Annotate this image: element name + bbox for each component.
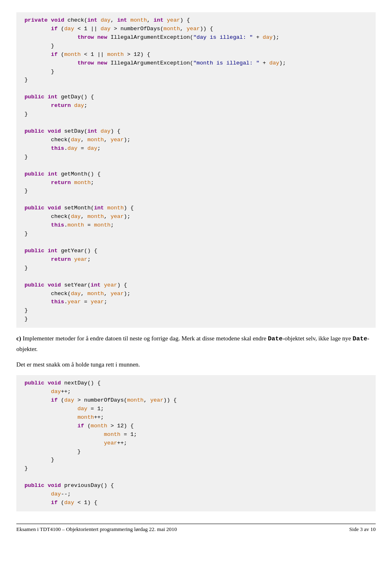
page-footer: Eksamen i TDT4100 – Objektorientert prog… [16, 524, 376, 533]
code-block-1: private void check(int day, int month, i… [16, 12, 376, 328]
footer-right: Side 3 av 10 [349, 526, 376, 533]
footer-left: Eksamen i TDT4100 – Objektorientert prog… [16, 526, 177, 533]
prose-c: c) Implementer metoder for å endre datoe… [16, 333, 376, 354]
code-block-2: public void nextDay() { day++; if (day >… [16, 375, 376, 511]
main-content: private void check(int day, int month, i… [16, 12, 376, 511]
prose-det: Det er mest snakk om å holde tunga rett … [16, 360, 376, 369]
